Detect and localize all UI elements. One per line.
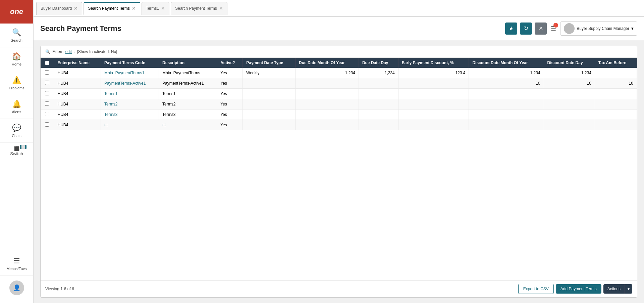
user-role: Buyer Supply Chain Manager	[577, 26, 629, 31]
payment-terms-code-cell[interactable]: Terms1	[101, 89, 159, 99]
discount-date-day-cell	[544, 99, 595, 110]
row-0-checkbox[interactable]	[45, 70, 49, 75]
actions-main-button[interactable]: Actions	[603, 284, 625, 294]
payment-terms-code-cell[interactable]: Terms2	[101, 99, 159, 110]
col-tax-amount-before: Tax Am Before	[595, 58, 637, 68]
enterprise-name-cell: HUB4	[54, 99, 101, 110]
sidebar-item-alerts[interactable]: 🔔 Alerts	[0, 95, 33, 119]
results-table-wrapper: Enterprise Name Payment Terms Code Descr…	[41, 58, 637, 280]
due-date-day-cell	[359, 110, 398, 120]
sidebar-item-search[interactable]: 🔍 Search	[0, 24, 33, 47]
discount-date-month-cell	[469, 120, 544, 130]
sidebar-item-switch[interactable]: ⬛ ⬜ Switch	[0, 143, 33, 160]
search-icon: 🔍	[12, 28, 21, 37]
tab-label: Buyer Dashboard	[41, 6, 72, 11]
enterprise-name-cell: HUB4	[54, 120, 101, 130]
row-2-checkbox[interactable]	[45, 91, 49, 95]
payment-terms-code-cell[interactable]: Mhia_PaymentTerms1	[101, 68, 159, 78]
due-date-month-cell: 1,234	[296, 68, 359, 78]
tab-search-payment-terms-2[interactable]: Search Payment Terms ✕	[171, 2, 227, 15]
active-cell: Yes	[217, 78, 243, 89]
payment-date-type-cell: Weekly	[243, 68, 296, 78]
sidebar-item-label: Problems	[9, 86, 24, 90]
sidebar-item-label: Chats	[12, 134, 21, 138]
viewing-count: Viewing 1-6 of 6	[45, 287, 74, 291]
tab-search-payment-terms-1[interactable]: Search Payment Terms ✕	[84, 2, 140, 15]
add-payment-terms-button[interactable]: Add Payment Terms	[556, 284, 601, 294]
due-date-day-cell	[359, 99, 398, 110]
tab-label: Terms1	[146, 6, 159, 11]
row-1-checkbox[interactable]	[45, 81, 49, 85]
due-date-day-cell	[359, 78, 398, 89]
chevron-down-icon: ▾	[631, 26, 634, 31]
early-payment-discount-cell: 123.4	[398, 68, 469, 78]
description-cell: Terms2	[159, 99, 217, 110]
tab-terms1[interactable]: Terms1 ✕	[142, 2, 169, 15]
due-date-month-cell	[296, 99, 359, 110]
sidebar-item-menus[interactable]: ☰ Menus/Favs	[0, 252, 33, 276]
app-logo: one	[0, 0, 33, 24]
tab-close-terms1[interactable]: ✕	[161, 6, 165, 11]
col-early-payment-discount: Early Payment Discount, %	[398, 58, 469, 68]
tax-amount-before-cell: 10	[595, 78, 637, 89]
tab-close-buyer-dashboard[interactable]: ✕	[74, 6, 78, 11]
table-row: HUB4Terms1Terms1Yes	[41, 89, 637, 99]
col-discount-date-day: Discount Date Day	[544, 58, 595, 68]
description-cell: Terms3	[159, 110, 217, 120]
filters-edit-link[interactable]: edit	[65, 49, 72, 54]
tax-amount-before-cell	[595, 120, 637, 130]
table-row: HUB4PaymentTerms-Active1PaymentTerms-Act…	[41, 78, 637, 89]
tab-buyer-dashboard[interactable]: Buyer Dashboard ✕	[36, 2, 82, 15]
refresh-button[interactable]: ↻	[520, 23, 532, 35]
table-body: HUB4Mhia_PaymentTerms1Mhia_PaymentTermsY…	[41, 68, 637, 130]
table-row: HUB4Mhia_PaymentTerms1Mhia_PaymentTermsY…	[41, 68, 637, 78]
payment-date-type-cell	[243, 110, 296, 120]
description-cell: PaymentTerms-Active1	[159, 78, 217, 89]
results-panel: 🔍 Filters edit : [Show Inactivated: No]	[40, 46, 637, 298]
payment-terms-code-cell[interactable]: ttt	[101, 120, 159, 130]
sidebar: one 🔍 Search 🏠 Home ⚠️ Problems 🔔 Alerts…	[0, 0, 34, 303]
actions-arrow-button[interactable]: ▾	[625, 284, 632, 294]
early-payment-discount-cell	[398, 120, 469, 130]
sidebar-item-label: Search	[11, 38, 22, 42]
tab-close-search-payment-terms-2[interactable]: ✕	[219, 6, 223, 11]
favorite-button[interactable]: ★	[505, 23, 517, 35]
tab-close-search-payment-terms-1[interactable]: ✕	[132, 6, 136, 11]
col-due-date-month: Due Date Month Of Year	[296, 58, 359, 68]
row-5-checkbox[interactable]	[45, 122, 49, 127]
table-row: HUB4Terms3Terms3Yes	[41, 110, 637, 120]
sidebar-menus-label: Menus/Favs	[7, 267, 27, 271]
payment-terms-code-cell[interactable]: PaymentTerms-Active1	[101, 78, 159, 89]
sidebar-item-home[interactable]: 🏠 Home	[0, 47, 33, 71]
export-csv-button[interactable]: Export to CSV	[518, 284, 554, 294]
menu-button[interactable]: ☰ !	[549, 24, 557, 34]
sidebar-item-chats[interactable]: 💬 Chats	[0, 119, 33, 143]
row-4-checkbox[interactable]	[45, 112, 49, 116]
sidebar-item-label: Alerts	[12, 110, 21, 114]
tab-label: Search Payment Terms	[175, 6, 217, 11]
discount-date-month-cell: 10	[469, 78, 544, 89]
table-header-row: Enterprise Name Payment Terms Code Descr…	[41, 58, 637, 68]
sidebar-bottom: ☰ Menus/Favs 👤	[0, 252, 33, 303]
actions-dropdown: Actions ▾	[603, 284, 632, 294]
close-tab-button[interactable]: ✕	[535, 23, 547, 35]
show-inactivated: [Show Inactivated: No]	[77, 49, 117, 54]
filters-colon: :	[74, 49, 75, 54]
due-date-day-cell	[359, 120, 398, 130]
user-dropdown[interactable]: Buyer Supply Chain Manager ▾	[560, 21, 637, 36]
row-3-checkbox[interactable]	[45, 101, 49, 106]
payment-terms-code-cell[interactable]: Terms3	[101, 110, 159, 120]
col-description: Description	[159, 58, 217, 68]
bell-icon: 🔔	[12, 100, 21, 109]
select-all-checkbox[interactable]	[45, 61, 49, 65]
discount-date-day-cell: 10	[544, 78, 595, 89]
active-cell: Yes	[217, 99, 243, 110]
footer-actions: Export to CSV Add Payment Terms Actions …	[518, 284, 632, 294]
active-cell: Yes	[217, 110, 243, 120]
col-checkbox	[41, 58, 54, 68]
description-cell[interactable]: ttt	[159, 120, 217, 130]
sidebar-item-problems[interactable]: ⚠️ Problems	[0, 71, 33, 95]
header-actions: ★ ↻ ✕ ☰ ! Buyer Supply Chain Manager ▾	[505, 21, 637, 36]
sidebar-item-avatar[interactable]: 👤	[0, 276, 33, 303]
tax-amount-before-cell	[595, 89, 637, 99]
